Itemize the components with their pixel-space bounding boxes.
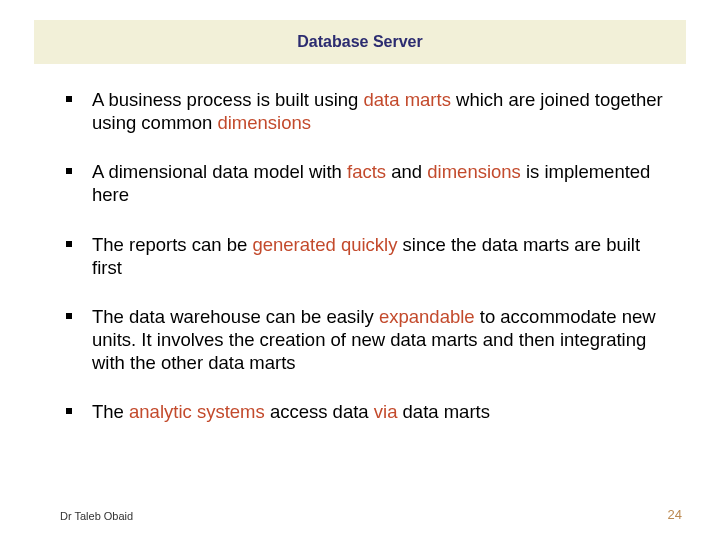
bullet-text: and — [386, 161, 427, 182]
title-box: Database Server — [34, 20, 686, 64]
bullet-text: data marts — [397, 401, 490, 422]
bullet-highlight: expandable — [379, 306, 475, 327]
bullet-highlight: generated quickly — [252, 234, 397, 255]
bullet-list: A business process is built using data m… — [60, 88, 670, 423]
list-item: A dimensional data model with facts and … — [60, 160, 670, 206]
list-item: The analytic systems access data via dat… — [60, 400, 670, 423]
footer-author: Dr Taleb Obaid — [60, 510, 133, 522]
bullet-text: The — [92, 401, 129, 422]
content-area: A business process is built using data m… — [60, 88, 670, 449]
bullet-text: The data warehouse can be easily — [92, 306, 379, 327]
list-item: The data warehouse can be easily expanda… — [60, 305, 670, 374]
bullet-text: access data — [265, 401, 374, 422]
bullet-text: A business process is built using — [92, 89, 363, 110]
bullet-text: The reports can be — [92, 234, 252, 255]
bullet-highlight: analytic systems — [129, 401, 265, 422]
slide-title: Database Server — [297, 33, 422, 51]
page-number: 24 — [668, 507, 682, 522]
bullet-highlight: dimensions — [217, 112, 311, 133]
bullet-highlight: dimensions — [427, 161, 521, 182]
bullet-highlight: data marts — [363, 89, 450, 110]
bullet-highlight: facts — [347, 161, 386, 182]
bullet-highlight: via — [374, 401, 398, 422]
list-item: The reports can be generated quickly sin… — [60, 233, 670, 279]
list-item: A business process is built using data m… — [60, 88, 670, 134]
bullet-text: A dimensional data model with — [92, 161, 347, 182]
slide: Database Server A business process is bu… — [0, 0, 720, 540]
